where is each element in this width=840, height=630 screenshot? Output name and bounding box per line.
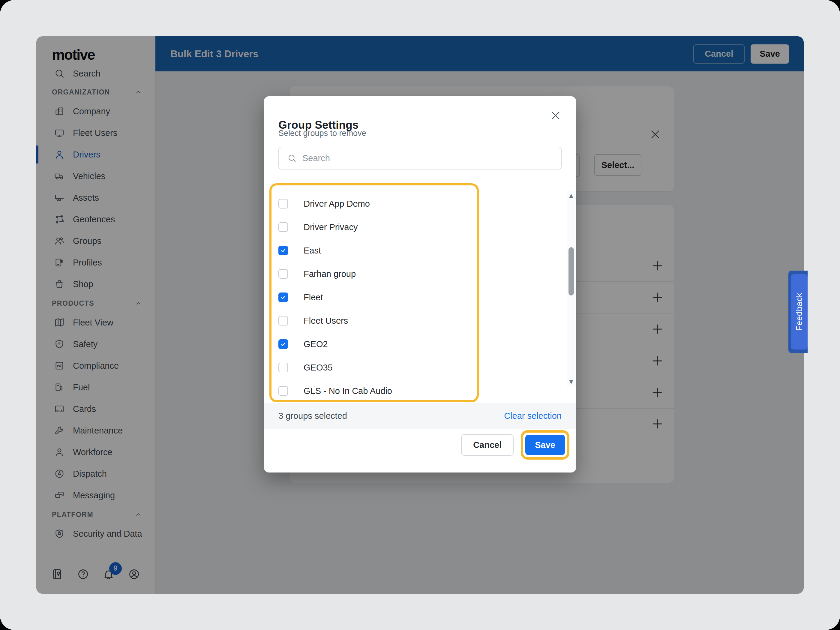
group-label: GEO2 (303, 339, 328, 349)
scrollbar-thumb[interactable] (568, 247, 574, 295)
group-row-gls-no-in-cab-audio[interactable]: GLS - No In Cab Audio (278, 379, 464, 403)
checkbox-unchecked[interactable] (278, 363, 288, 372)
modal-subtitle: Select groups to remove (278, 129, 366, 138)
group-label: Farhan group (303, 269, 356, 279)
scrollbar[interactable]: ▲ ▼ (567, 191, 575, 387)
checkbox-unchecked[interactable] (278, 199, 288, 208)
checkbox-unchecked[interactable] (278, 269, 288, 279)
search-icon (287, 153, 297, 163)
group-row-east[interactable]: East (278, 239, 464, 262)
group-label: Driver Privacy (303, 222, 358, 232)
checkbox-checked[interactable] (278, 339, 288, 349)
checkbox-unchecked[interactable] (278, 316, 288, 325)
selection-summary-bar: 3 groups selected Clear selection (264, 403, 576, 429)
checkbox-unchecked[interactable] (278, 222, 288, 232)
scroll-down-icon[interactable]: ▼ (567, 377, 575, 387)
group-row-geo35[interactable]: GEO35 (278, 356, 464, 379)
close-icon[interactable] (549, 109, 562, 122)
app-window: motive Search ORGANIZATIONCompanyFleet U… (36, 36, 804, 594)
scroll-up-icon[interactable]: ▲ (567, 191, 575, 200)
modal-cancel-button[interactable]: Cancel (461, 434, 513, 456)
checkbox-checked[interactable] (278, 292, 288, 302)
clear-selection-link[interactable]: Clear selection (504, 411, 562, 421)
group-settings-modal: Group Settings Select groups to remove D… (264, 96, 576, 472)
group-search-box (278, 147, 562, 169)
checkbox-checked[interactable] (278, 246, 288, 255)
modal-save-button[interactable]: Save (525, 435, 565, 455)
group-list: Driver App DemoDriver PrivacyEastFarhan … (278, 192, 464, 403)
group-row-farhan-group[interactable]: Farhan group (278, 262, 464, 286)
group-label: East (303, 246, 321, 256)
feedback-tab-inner: Feedback (791, 274, 808, 349)
group-row-driver-privacy[interactable]: Driver Privacy (278, 215, 464, 239)
group-search-input[interactable] (302, 153, 561, 164)
feedback-tab-label: Feedback (794, 293, 804, 331)
group-label: Fleet Users (303, 316, 348, 326)
group-row-geo2[interactable]: GEO2 (278, 332, 464, 356)
highlight-ring-save-button: Save (521, 430, 569, 459)
group-label: Driver App Demo (303, 199, 370, 209)
group-row-driver-app-demo[interactable]: Driver App Demo (278, 192, 464, 215)
checkbox-unchecked[interactable] (278, 386, 288, 396)
page-frame: motive Search ORGANIZATIONCompanyFleet U… (0, 0, 840, 630)
group-label: GLS - No In Cab Audio (303, 386, 392, 396)
group-label: GEO35 (303, 363, 333, 373)
selected-count: 3 groups selected (278, 411, 347, 421)
group-row-fleet-users[interactable]: Fleet Users (278, 309, 464, 332)
group-row-fleet[interactable]: Fleet (278, 286, 464, 309)
feedback-tab[interactable]: Feedback (788, 271, 808, 353)
group-label: Fleet (303, 292, 323, 302)
